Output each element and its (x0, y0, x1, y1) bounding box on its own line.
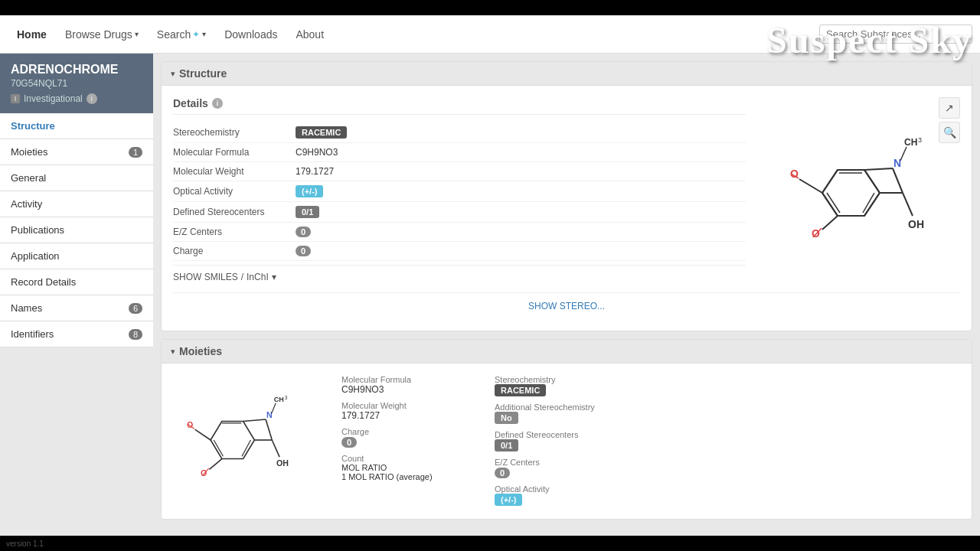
moiety-charge-label: Charge (341, 427, 479, 436)
nav-about[interactable]: About (286, 15, 333, 54)
nav-downloads[interactable]: Downloads (215, 15, 286, 54)
svg-line-2 (864, 170, 880, 193)
moiety-count-field: Count MOL RATIO 1 MOL RATIO (average) (341, 454, 479, 481)
moiety-add-stereo-label: Additional Stereochemistry (495, 403, 648, 412)
moiety-charge-field: Charge 0 (341, 427, 479, 448)
moiety-add-stereo-field: Additional Stereochemistry No (495, 403, 648, 424)
drug-header: ADRENOCHROME 70G54NQL71 I Investigationa… (0, 54, 153, 113)
structure-panel: ▾ Structure Details i Stereochemistry (161, 61, 972, 331)
defined-stereocenters-value: 0/1 (296, 206, 319, 218)
search-icon-star: ✦ (192, 29, 200, 40)
svg-text:O: O (201, 468, 207, 478)
structure-header[interactable]: ▾ Structure (162, 62, 972, 86)
moiety-left-details: Molecular Formula C9H9NO3 Molecular Weig… (341, 375, 479, 507)
moiety-stereo-value: RACEMIC (495, 384, 546, 396)
top-black-bar (0, 0, 980, 15)
inchi-arrow: ▾ (272, 272, 276, 282)
zoom-button[interactable]: 🔍 (939, 122, 960, 143)
svg-text:3: 3 (285, 395, 288, 400)
moiety-mol-formula-label: Molecular Formula (341, 375, 479, 384)
svg-line-23 (903, 193, 913, 216)
nav-browse-drugs[interactable]: Browse Drugs ▾ (56, 15, 148, 54)
row-optical-activity: Optical Activity (+/-) (173, 181, 746, 202)
svg-text:OH: OH (276, 458, 289, 468)
svg-line-6 (822, 170, 838, 193)
moiety-add-stereo-value: No (495, 412, 518, 424)
nav-home[interactable]: Home (8, 28, 56, 41)
nav-search[interactable]: Search ✦ ▾ (148, 15, 215, 54)
sidebar-item-structure[interactable]: Structure (0, 113, 153, 139)
svg-text:N: N (893, 157, 901, 169)
details-info-icon[interactable]: i (212, 98, 223, 109)
names-badge: 6 (129, 303, 142, 314)
sidebar-item-moieties[interactable]: Moieties 1 (0, 139, 153, 165)
moiety-def-stereo-field: Defined Stereocenters 0/1 (495, 430, 648, 452)
moieties-panel: ▾ Moieties O (161, 339, 972, 520)
charge-value: 0 (296, 246, 311, 256)
moieties-header[interactable]: ▾ Moieties (162, 340, 972, 364)
svg-text:CH: CH (904, 137, 917, 148)
show-stereo-button[interactable]: SHOW STEREO... (173, 292, 960, 319)
svg-text:O: O (812, 227, 820, 240)
browse-drugs-arrow: ▾ (135, 30, 139, 38)
svg-line-35 (243, 419, 266, 421)
structure-details: Details i Stereochemistry RACEMIC Molecu… (173, 97, 960, 289)
structure-collapse-arrow: ▾ (171, 69, 175, 79)
investigational-info-icon[interactable]: i (87, 93, 97, 104)
moieties-collapse-arrow: ▾ (171, 347, 175, 357)
moiety-ez-label: E/Z Centers (495, 458, 648, 467)
moiety-count-value: MOL RATIO (341, 463, 479, 472)
sidebar-item-activity[interactable]: Activity (0, 191, 153, 217)
content-area: ADRENOCHROME 70G54NQL71 I Investigationa… (0, 54, 980, 536)
ez-centers-value: 0 (296, 227, 311, 237)
drug-id: 70G54NQL71 (11, 78, 142, 89)
sidebar-nav: Structure Moieties 1 General Activity Pu… (0, 113, 153, 347)
row-molecular-formula: Molecular Formula C9H9NO3 (173, 143, 746, 162)
row-ez-centers: E/Z Centers 0 (173, 223, 746, 242)
moiety-def-stereo-value: 0/1 (495, 439, 518, 452)
moiety-mol-weight-field: Molecular Weight 179.1727 (341, 401, 479, 421)
molecular-formula-value: C9H9NO3 (296, 147, 338, 158)
moiety-ez-value: 0 (495, 468, 510, 478)
moiety-right-details: Stereochemistry RACEMIC Additional Stere… (495, 375, 648, 507)
moiety-count-label: Count (341, 454, 479, 463)
molecule-svg: O O N (776, 124, 945, 262)
moiety-optical-label: Optical Activity (495, 484, 648, 494)
moiety-mol-formula-value: C9H9NO3 (341, 384, 479, 395)
brand-title: Suspect Sky (766, 19, 972, 61)
search-arrow: ▾ (202, 30, 206, 38)
moiety-optical-value: (+/-) (495, 494, 522, 506)
row-stereochemistry: Stereochemistry RACEMIC (173, 122, 746, 143)
sidebar-item-record-details[interactable]: Record Details (0, 269, 153, 295)
external-link-button[interactable]: ↗ (939, 97, 960, 119)
svg-line-32 (209, 459, 221, 470)
row-charge: Charge 0 (173, 242, 746, 261)
moiety-optical-field: Optical Activity (+/-) (495, 484, 648, 506)
svg-text:3: 3 (918, 136, 922, 144)
svg-marker-0 (822, 170, 880, 216)
sidebar-item-general[interactable]: General (0, 165, 153, 191)
svg-line-16 (864, 168, 893, 170)
investigational-label: Investigational (24, 93, 83, 104)
moieties-body: O O N CH 3 (162, 364, 972, 519)
svg-line-13 (822, 216, 838, 230)
svg-text:OH: OH (908, 218, 924, 230)
optical-activity-value: (+/-) (296, 185, 323, 197)
moiety-molecule-svg: O O N CH 3 (173, 375, 311, 505)
sidebar-item-names[interactable]: Names 6 (0, 295, 153, 321)
molecule-actions: ↗ 🔍 (939, 97, 960, 143)
sidebar-item-publications[interactable]: Publications (0, 217, 153, 243)
svg-line-18 (893, 168, 903, 193)
moieties-badge: 1 (129, 147, 142, 158)
svg-line-39 (271, 403, 276, 414)
drug-name: ADRENOCHROME (11, 63, 142, 77)
show-smiles-inchi[interactable]: SHOW SMILES / InChI ▾ (173, 265, 746, 289)
details-title: Details i (173, 97, 746, 115)
svg-text:CH: CH (274, 396, 284, 403)
sidebar-item-identifiers[interactable]: Identifiers 8 (0, 321, 153, 347)
moiety-molecule: O O N CH 3 (173, 375, 326, 507)
sidebar-item-application[interactable]: Application (0, 243, 153, 269)
svg-line-10 (799, 179, 822, 193)
svg-line-20 (900, 147, 906, 161)
stereochemistry-value: RACEMIC (296, 126, 347, 139)
